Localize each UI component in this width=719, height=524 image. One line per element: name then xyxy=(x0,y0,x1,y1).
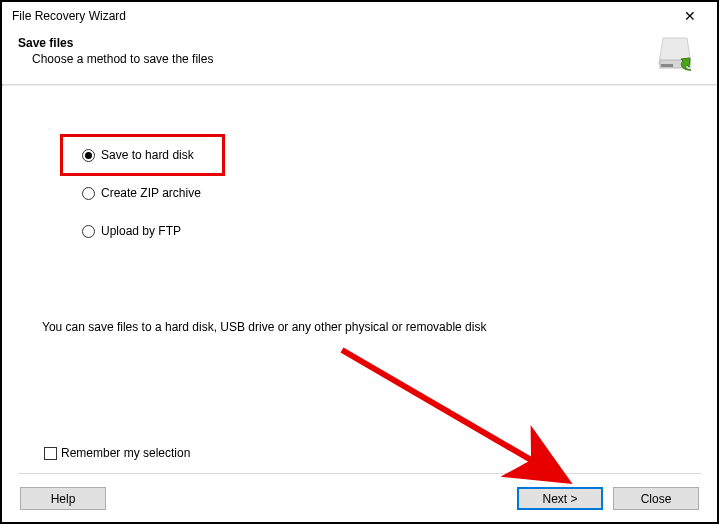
titlebar: File Recovery Wizard ✕ xyxy=(2,2,717,30)
wizard-window: File Recovery Wizard ✕ Save files Choose… xyxy=(0,0,719,524)
drive-recover-icon xyxy=(657,34,697,74)
option-label: Save to hard disk xyxy=(101,148,194,162)
remember-selection-checkbox[interactable]: Remember my selection xyxy=(44,446,190,460)
window-title: File Recovery Wizard xyxy=(12,9,126,23)
annotation-arrow xyxy=(332,340,592,500)
radio-icon xyxy=(82,149,95,162)
option-save-hard-disk[interactable]: Save to hard disk xyxy=(82,146,201,164)
checkbox-label: Remember my selection xyxy=(61,446,190,460)
option-label: Upload by FTP xyxy=(101,224,181,238)
option-label: Create ZIP archive xyxy=(101,186,201,200)
page-subtitle: Choose a method to save the files xyxy=(32,52,213,66)
next-button[interactable]: Next > xyxy=(517,487,603,510)
content-area: Save to hard disk Create ZIP archive Upl… xyxy=(2,86,717,334)
help-button[interactable]: Help xyxy=(20,487,106,510)
option-create-zip[interactable]: Create ZIP archive xyxy=(82,184,201,202)
radio-icon xyxy=(82,187,95,200)
page-title: Save files xyxy=(18,36,213,50)
wizard-header: Save files Choose a method to save the f… xyxy=(2,30,717,84)
footer-divider xyxy=(18,473,701,474)
close-icon[interactable]: ✕ xyxy=(671,4,709,28)
svg-line-2 xyxy=(342,350,557,475)
button-bar: Help Next > Close xyxy=(2,487,717,510)
radio-icon xyxy=(82,225,95,238)
option-upload-ftp[interactable]: Upload by FTP xyxy=(82,222,201,240)
checkbox-icon xyxy=(44,447,57,460)
option-description: You can save files to a hard disk, USB d… xyxy=(42,320,677,334)
close-button[interactable]: Close xyxy=(613,487,699,510)
svg-rect-1 xyxy=(661,64,673,67)
